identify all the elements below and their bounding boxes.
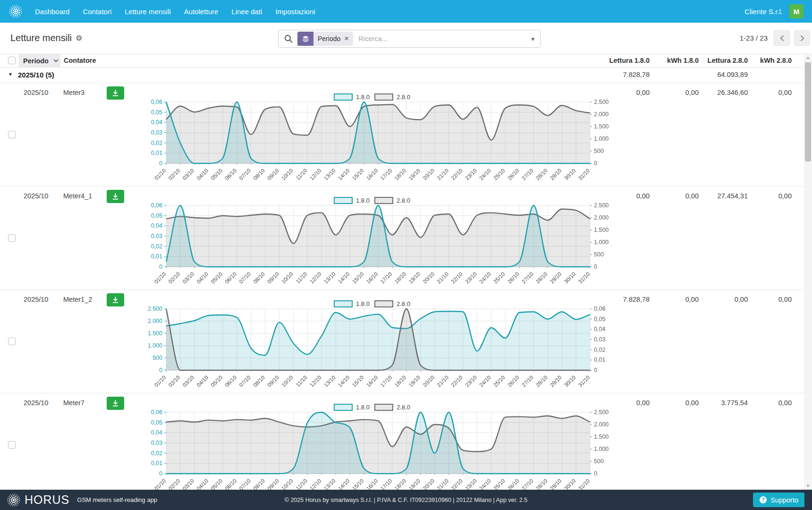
user-account-label[interactable]: Cliente S.r.l. [744, 8, 783, 16]
row-kwh180: 0,00 [685, 192, 699, 200]
nav-item-impostazioni[interactable]: Impostazioni [275, 8, 315, 16]
svg-text:1.500: 1.500 [148, 330, 162, 337]
search-bar[interactable]: Periodo × ▾ [278, 30, 541, 48]
svg-text:05/10: 05/10 [210, 374, 223, 388]
column-header-kwh280[interactable]: kWh 2.8.0 [760, 57, 792, 64]
row-checkbox[interactable] [8, 441, 16, 449]
svg-text:15/10: 15/10 [351, 168, 365, 181]
row-checkbox[interactable] [8, 131, 16, 138]
svg-text:0: 0 [594, 160, 597, 167]
svg-text:08/10: 08/10 [252, 478, 266, 490]
row-contatore: Meter3 [63, 89, 85, 96]
group-collapse-icon[interactable]: ▾ [9, 71, 12, 77]
nav-item-letture-mensili[interactable]: Letture mensili [125, 8, 171, 16]
sort-chevron-icon [53, 59, 59, 62]
support-button[interactable]: ? Supporto [753, 493, 804, 507]
download-button[interactable] [107, 190, 124, 203]
vertical-scrollbar[interactable]: ▲ ▼ [804, 53, 812, 490]
select-all-checkbox[interactable] [8, 57, 16, 64]
footer-brand: HORUS [25, 493, 69, 507]
svg-text:0,06: 0,06 [151, 202, 162, 209]
user-avatar[interactable]: M [789, 4, 804, 18]
svg-text:0,05: 0,05 [594, 316, 605, 323]
svg-text:29/10: 29/10 [549, 271, 563, 285]
svg-text:0,02: 0,02 [151, 243, 162, 250]
svg-text:09/10: 09/10 [266, 374, 280, 388]
svg-text:22/10: 22/10 [450, 478, 464, 490]
svg-text:03/10: 03/10 [181, 478, 195, 490]
svg-text:2.8.0: 2.8.0 [397, 404, 410, 411]
row-periodo: 2025/10 [24, 296, 48, 303]
svg-text:03/10: 03/10 [181, 271, 195, 285]
svg-text:02/10: 02/10 [168, 271, 181, 285]
search-input[interactable] [359, 35, 531, 42]
svg-text:17/10: 17/10 [380, 271, 393, 285]
column-header-lettura180[interactable]: Lettura 1.8.0 [609, 57, 650, 64]
svg-text:0: 0 [594, 470, 597, 477]
svg-text:0,03: 0,03 [151, 129, 162, 136]
download-button[interactable] [107, 397, 124, 410]
svg-text:0: 0 [594, 367, 597, 374]
svg-text:14/10: 14/10 [337, 478, 351, 490]
group-total-lettura180: 7.828,78 [623, 71, 650, 78]
svg-text:0,05: 0,05 [151, 109, 162, 116]
row-kwh280: 0,00 [778, 296, 792, 303]
svg-text:30/10: 30/10 [563, 478, 577, 490]
svg-text:31/10: 31/10 [577, 478, 591, 490]
svg-text:21/10: 21/10 [436, 374, 449, 388]
svg-text:1.000: 1.000 [148, 342, 162, 349]
nav-item-linee-dati[interactable]: Linee dati [231, 8, 262, 16]
row-checkbox[interactable] [8, 234, 16, 242]
svg-text:21/10: 21/10 [436, 478, 449, 490]
download-icon [112, 193, 119, 200]
svg-text:05/10: 05/10 [210, 271, 223, 285]
svg-text:09/10: 09/10 [266, 478, 280, 490]
svg-text:28/10: 28/10 [535, 271, 549, 285]
footer: HORUS GSM meters self-reading app © 2025… [0, 490, 812, 510]
settings-gear-icon[interactable]: ⚙ [76, 34, 82, 42]
row-checkbox[interactable] [8, 338, 16, 345]
svg-text:0,03: 0,03 [151, 233, 162, 239]
svg-text:04/10: 04/10 [195, 271, 209, 285]
svg-text:1.000: 1.000 [594, 446, 609, 452]
filter-remove-icon[interactable]: × [344, 35, 348, 42]
svg-text:19/10: 19/10 [407, 374, 421, 388]
prev-page-button[interactable] [774, 30, 790, 46]
column-header-contatore[interactable]: Contatore [64, 57, 96, 64]
search-dropdown-caret-icon[interactable]: ▾ [530, 34, 535, 44]
scroll-up-icon[interactable]: ▲ [804, 53, 812, 61]
download-button[interactable] [107, 86, 124, 100]
nav-item-autoletture[interactable]: Autoletture [184, 8, 219, 16]
svg-text:2.000: 2.000 [594, 111, 609, 118]
svg-text:2.000: 2.000 [594, 214, 609, 221]
scrollbar-thumb[interactable] [805, 62, 811, 162]
svg-text:18/10: 18/10 [393, 168, 407, 181]
svg-text:01/10: 01/10 [153, 168, 167, 181]
scroll-down-icon[interactable]: ▼ [804, 482, 812, 490]
svg-text:0,03: 0,03 [594, 336, 605, 343]
svg-text:26/10: 26/10 [507, 271, 520, 285]
svg-text:16/10: 16/10 [365, 168, 379, 181]
svg-text:29/10: 29/10 [549, 478, 563, 490]
svg-text:0: 0 [159, 264, 162, 270]
column-header-kwh180[interactable]: kWh 1.8.0 [667, 57, 699, 64]
toolbar: Letture mensili ⚙ Periodo × ▾ 1-23 / 23 [0, 23, 812, 54]
footer-copyright: © 2025 Horus by smartways S.r.l. | P.IVA… [285, 497, 528, 503]
nav-item-dashboard[interactable]: Dashboard [35, 8, 69, 16]
svg-text:19/10: 19/10 [407, 168, 421, 181]
consumption-chart: 0,060,050,040,030,020,0102.5002.0001.500… [142, 404, 614, 490]
svg-text:11/10: 11/10 [295, 478, 308, 490]
search-filter-chip[interactable]: Periodo × [297, 32, 353, 46]
layers-icon [297, 32, 313, 46]
nav-item-contatori[interactable]: Contatori [83, 8, 111, 16]
column-header-lettura280[interactable]: Lettura 2.8.0 [708, 57, 748, 64]
svg-text:26/10: 26/10 [507, 478, 520, 490]
svg-text:18/10: 18/10 [393, 478, 407, 490]
download-button[interactable] [107, 293, 124, 306]
consumption-chart: 0,060,050,040,030,020,0102.5002.0001.500… [142, 197, 614, 289]
column-header-periodo[interactable]: Periodo [19, 54, 60, 67]
svg-text:0,04: 0,04 [151, 222, 162, 229]
svg-text:19/10: 19/10 [407, 478, 421, 490]
next-page-button[interactable] [794, 30, 810, 46]
table-body: ▾ 2025/10 (5) 7.828,78 64.093,89 2025/10… [0, 68, 804, 490]
